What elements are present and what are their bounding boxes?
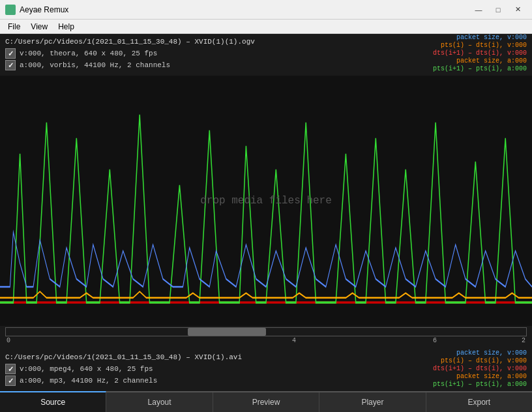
timeline-label-6: 6 bbox=[433, 337, 437, 344]
menu-file[interactable]: File bbox=[3, 21, 25, 33]
legend-pkt-a: packet size, a:000 bbox=[433, 57, 527, 65]
tab-preview[interactable]: Preview bbox=[213, 392, 319, 412]
window-title: Aeyae Remux bbox=[20, 5, 469, 14]
bottom-video-label: v:000, mpeg4, 640 x 480, 25 fps bbox=[20, 365, 153, 373]
timeline-label-0: 0 bbox=[7, 337, 10, 344]
bottom-video-track: v:000, mpeg4, 640 x 480, 25 fps bbox=[5, 364, 157, 374]
main-content: C:/Users/pc/Videos/1(2021_01_11_15_30_48… bbox=[0, 34, 532, 391]
tab-bar: Source Layout Preview Player Export bbox=[0, 391, 532, 412]
top-video-label: v:000, theora, 640 x 480, 25 fps bbox=[20, 50, 157, 57]
tab-source[interactable]: Source bbox=[0, 391, 106, 412]
top-audio-checkbox[interactable] bbox=[5, 60, 16, 70]
top-audio-track: a:000, vorbis, 44100 Hz, 2 channels bbox=[5, 60, 170, 70]
tab-layout[interactable]: Layout bbox=[106, 392, 213, 412]
menu-bar: File View Help bbox=[0, 20, 532, 34]
app-icon bbox=[5, 5, 16, 15]
menu-view[interactable]: View bbox=[25, 21, 53, 33]
timeline-track[interactable] bbox=[5, 327, 527, 336]
timeline-label-2: 2 bbox=[522, 337, 525, 344]
top-audio-label: a:000, vorbis, 44100 Hz, 2 channels bbox=[20, 61, 170, 69]
title-bar: Aeyae Remux — □ ✕ bbox=[0, 0, 532, 20]
bottom-video-checkbox[interactable] bbox=[5, 364, 16, 374]
close-button[interactable]: ✕ bbox=[509, 3, 527, 16]
bottom-source-panel: C:/Users/pc/Videos/1(2021_01_11_15_30_48… bbox=[0, 349, 532, 391]
bottom-tracks: v:000, mpeg4, 640 x 480, 25 fps a:000, m… bbox=[5, 364, 157, 386]
timeline-scrollbar[interactable] bbox=[188, 328, 266, 336]
tab-player[interactable]: Player bbox=[319, 392, 426, 412]
minimize-button[interactable]: — bbox=[469, 3, 488, 16]
bottom-audio-track: a:000, mp3, 44100 Hz, 2 channels bbox=[5, 375, 157, 386]
legend-pts-dts-v: pts(i) – dts(i), v:000 bbox=[433, 42, 527, 49]
bottom-legend-pts-diff-a: pts(i+1) – pts(i), a:000 bbox=[433, 381, 527, 388]
top-legend: packet size, v:000 pts(i) – dts(i), v:00… bbox=[433, 34, 527, 72]
top-source-panel: C:/Users/pc/Videos/1(2021_01_11_15_30_48… bbox=[0, 34, 532, 76]
bottom-legend-dts-diff-v: dts(i+1) – dts(i), v:000 bbox=[433, 365, 527, 372]
top-video-checkbox[interactable] bbox=[5, 48, 16, 59]
top-chart-area[interactable]: drop media files here bbox=[0, 76, 532, 326]
timeline-labels: 0 2 4 6 bbox=[5, 336, 527, 344]
legend-pkt-v: packet size, v:000 bbox=[433, 34, 527, 41]
legend-pts-diff-a: pts(i+1) – pts(i), a:000 bbox=[433, 65, 527, 72]
bottom-legend-pts-dts-v: pts(i) – dts(i), v:000 bbox=[433, 357, 527, 364]
bottom-legend-pkt-a: packet size, a:000 bbox=[433, 373, 527, 380]
top-chart-svg bbox=[0, 76, 532, 326]
top-tracks: v:000, theora, 640 x 480, 25 fps a:000, … bbox=[5, 48, 170, 70]
timeline-container: 0 2 4 6 bbox=[0, 326, 532, 346]
bottom-legend: packet size, v:000 pts(i) – dts(i), v:00… bbox=[433, 349, 527, 388]
bottom-audio-label: a:000, mp3, 44100 Hz, 2 channels bbox=[20, 377, 157, 385]
timeline-wrapper: 0 2 4 6 bbox=[5, 327, 527, 344]
bottom-audio-checkbox[interactable] bbox=[5, 375, 16, 386]
window-controls: — □ ✕ bbox=[469, 3, 527, 16]
maximize-button[interactable]: □ bbox=[489, 3, 507, 16]
menu-help[interactable]: Help bbox=[53, 21, 80, 33]
bottom-legend-pkt-v: packet size, v:000 bbox=[433, 349, 527, 357]
top-video-track: v:000, theora, 640 x 480, 25 fps bbox=[5, 48, 170, 59]
legend-dts-diff-v: dts(i+1) – dts(i), v:000 bbox=[433, 50, 527, 57]
tab-export[interactable]: Export bbox=[426, 392, 532, 412]
timeline-label-4: 4 bbox=[292, 337, 296, 344]
